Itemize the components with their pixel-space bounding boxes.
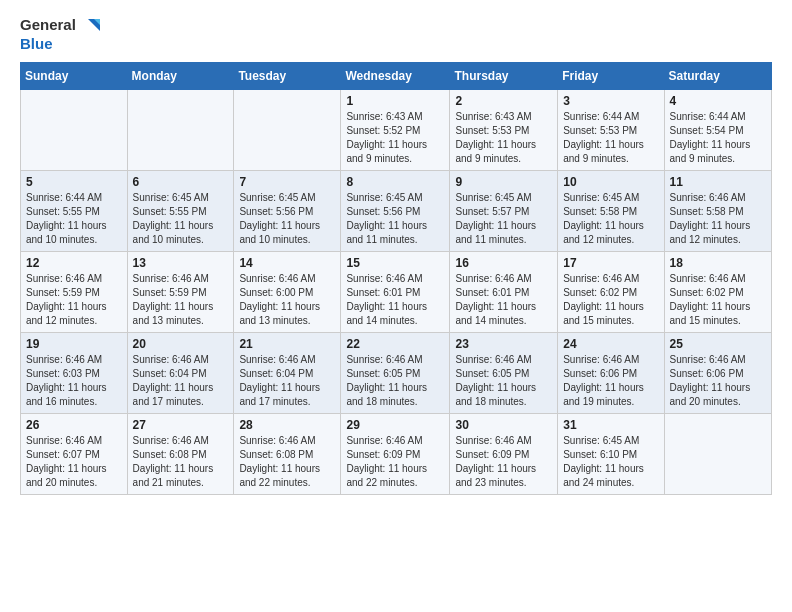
day-info: Sunrise: 6:46 AM Sunset: 6:02 PM Dayligh… (670, 272, 766, 328)
calendar-cell: 22Sunrise: 6:46 AM Sunset: 6:05 PM Dayli… (341, 333, 450, 414)
day-info: Sunrise: 6:45 AM Sunset: 5:55 PM Dayligh… (133, 191, 229, 247)
day-info: Sunrise: 6:46 AM Sunset: 6:00 PM Dayligh… (239, 272, 335, 328)
weekday-header-monday: Monday (127, 63, 234, 90)
day-number: 27 (133, 418, 229, 432)
day-number: 13 (133, 256, 229, 270)
calendar-cell: 1Sunrise: 6:43 AM Sunset: 5:52 PM Daylig… (341, 90, 450, 171)
day-info: Sunrise: 6:46 AM Sunset: 5:59 PM Dayligh… (133, 272, 229, 328)
day-info: Sunrise: 6:43 AM Sunset: 5:52 PM Dayligh… (346, 110, 444, 166)
calendar-cell: 19Sunrise: 6:46 AM Sunset: 6:03 PM Dayli… (21, 333, 128, 414)
calendar-cell: 18Sunrise: 6:46 AM Sunset: 6:02 PM Dayli… (664, 252, 771, 333)
day-number: 18 (670, 256, 766, 270)
day-number: 11 (670, 175, 766, 189)
logo-text-block: General Blue (20, 16, 100, 52)
day-info: Sunrise: 6:46 AM Sunset: 6:09 PM Dayligh… (455, 434, 552, 490)
weekday-header-wednesday: Wednesday (341, 63, 450, 90)
day-info: Sunrise: 6:46 AM Sunset: 6:05 PM Dayligh… (346, 353, 444, 409)
day-number: 31 (563, 418, 658, 432)
day-number: 22 (346, 337, 444, 351)
calendar-cell: 20Sunrise: 6:46 AM Sunset: 6:04 PM Dayli… (127, 333, 234, 414)
calendar-cell: 7Sunrise: 6:45 AM Sunset: 5:56 PM Daylig… (234, 171, 341, 252)
calendar-cell: 4Sunrise: 6:44 AM Sunset: 5:54 PM Daylig… (664, 90, 771, 171)
day-number: 30 (455, 418, 552, 432)
calendar: SundayMondayTuesdayWednesdayThursdayFrid… (20, 62, 772, 495)
calendar-cell (127, 90, 234, 171)
day-info: Sunrise: 6:45 AM Sunset: 5:57 PM Dayligh… (455, 191, 552, 247)
day-number: 5 (26, 175, 122, 189)
day-number: 29 (346, 418, 444, 432)
calendar-cell: 3Sunrise: 6:44 AM Sunset: 5:53 PM Daylig… (558, 90, 664, 171)
day-info: Sunrise: 6:46 AM Sunset: 6:07 PM Dayligh… (26, 434, 122, 490)
weekday-header-friday: Friday (558, 63, 664, 90)
logo: General Blue (20, 16, 100, 52)
day-number: 9 (455, 175, 552, 189)
calendar-cell (234, 90, 341, 171)
day-number: 20 (133, 337, 229, 351)
calendar-week-row: 12Sunrise: 6:46 AM Sunset: 5:59 PM Dayli… (21, 252, 772, 333)
calendar-week-row: 1Sunrise: 6:43 AM Sunset: 5:52 PM Daylig… (21, 90, 772, 171)
calendar-cell: 16Sunrise: 6:46 AM Sunset: 6:01 PM Dayli… (450, 252, 558, 333)
logo-blue: Blue (20, 35, 53, 52)
calendar-cell: 13Sunrise: 6:46 AM Sunset: 5:59 PM Dayli… (127, 252, 234, 333)
weekday-header-sunday: Sunday (21, 63, 128, 90)
calendar-cell: 8Sunrise: 6:45 AM Sunset: 5:56 PM Daylig… (341, 171, 450, 252)
day-info: Sunrise: 6:44 AM Sunset: 5:54 PM Dayligh… (670, 110, 766, 166)
day-number: 4 (670, 94, 766, 108)
calendar-cell: 21Sunrise: 6:46 AM Sunset: 6:04 PM Dayli… (234, 333, 341, 414)
day-info: Sunrise: 6:45 AM Sunset: 5:56 PM Dayligh… (346, 191, 444, 247)
day-info: Sunrise: 6:46 AM Sunset: 6:06 PM Dayligh… (563, 353, 658, 409)
calendar-cell: 15Sunrise: 6:46 AM Sunset: 6:01 PM Dayli… (341, 252, 450, 333)
day-number: 12 (26, 256, 122, 270)
day-number: 24 (563, 337, 658, 351)
day-number: 23 (455, 337, 552, 351)
day-number: 3 (563, 94, 658, 108)
day-number: 2 (455, 94, 552, 108)
day-info: Sunrise: 6:46 AM Sunset: 6:01 PM Dayligh… (346, 272, 444, 328)
day-number: 19 (26, 337, 122, 351)
day-number: 25 (670, 337, 766, 351)
day-info: Sunrise: 6:45 AM Sunset: 5:56 PM Dayligh… (239, 191, 335, 247)
calendar-week-row: 19Sunrise: 6:46 AM Sunset: 6:03 PM Dayli… (21, 333, 772, 414)
day-info: Sunrise: 6:46 AM Sunset: 6:02 PM Dayligh… (563, 272, 658, 328)
day-number: 14 (239, 256, 335, 270)
weekday-header-row: SundayMondayTuesdayWednesdayThursdayFrid… (21, 63, 772, 90)
calendar-cell: 5Sunrise: 6:44 AM Sunset: 5:55 PM Daylig… (21, 171, 128, 252)
day-info: Sunrise: 6:44 AM Sunset: 5:53 PM Dayligh… (563, 110, 658, 166)
calendar-cell: 28Sunrise: 6:46 AM Sunset: 6:08 PM Dayli… (234, 414, 341, 495)
day-number: 17 (563, 256, 658, 270)
day-info: Sunrise: 6:46 AM Sunset: 6:08 PM Dayligh… (133, 434, 229, 490)
calendar-cell: 27Sunrise: 6:46 AM Sunset: 6:08 PM Dayli… (127, 414, 234, 495)
calendar-cell: 2Sunrise: 6:43 AM Sunset: 5:53 PM Daylig… (450, 90, 558, 171)
calendar-cell (664, 414, 771, 495)
day-info: Sunrise: 6:46 AM Sunset: 6:05 PM Dayligh… (455, 353, 552, 409)
day-info: Sunrise: 6:46 AM Sunset: 6:04 PM Dayligh… (133, 353, 229, 409)
calendar-cell: 25Sunrise: 6:46 AM Sunset: 6:06 PM Dayli… (664, 333, 771, 414)
header: General Blue (20, 16, 772, 52)
calendar-cell: 29Sunrise: 6:46 AM Sunset: 6:09 PM Dayli… (341, 414, 450, 495)
calendar-cell: 17Sunrise: 6:46 AM Sunset: 6:02 PM Dayli… (558, 252, 664, 333)
weekday-header-saturday: Saturday (664, 63, 771, 90)
page: General Blue SundayMondayTuesdayWednesda… (0, 0, 792, 612)
day-number: 7 (239, 175, 335, 189)
day-number: 21 (239, 337, 335, 351)
day-number: 8 (346, 175, 444, 189)
day-info: Sunrise: 6:46 AM Sunset: 6:08 PM Dayligh… (239, 434, 335, 490)
weekday-header-tuesday: Tuesday (234, 63, 341, 90)
day-info: Sunrise: 6:46 AM Sunset: 6:01 PM Dayligh… (455, 272, 552, 328)
day-number: 1 (346, 94, 444, 108)
day-info: Sunrise: 6:46 AM Sunset: 6:09 PM Dayligh… (346, 434, 444, 490)
day-info: Sunrise: 6:44 AM Sunset: 5:55 PM Dayligh… (26, 191, 122, 247)
calendar-cell: 11Sunrise: 6:46 AM Sunset: 5:58 PM Dayli… (664, 171, 771, 252)
calendar-week-row: 26Sunrise: 6:46 AM Sunset: 6:07 PM Dayli… (21, 414, 772, 495)
logo-triangle-icon (82, 17, 100, 35)
calendar-cell: 9Sunrise: 6:45 AM Sunset: 5:57 PM Daylig… (450, 171, 558, 252)
calendar-cell: 31Sunrise: 6:45 AM Sunset: 6:10 PM Dayli… (558, 414, 664, 495)
calendar-week-row: 5Sunrise: 6:44 AM Sunset: 5:55 PM Daylig… (21, 171, 772, 252)
day-number: 6 (133, 175, 229, 189)
logo-text: General Blue (20, 16, 100, 52)
day-info: Sunrise: 6:46 AM Sunset: 6:06 PM Dayligh… (670, 353, 766, 409)
day-number: 26 (26, 418, 122, 432)
weekday-header-thursday: Thursday (450, 63, 558, 90)
day-number: 16 (455, 256, 552, 270)
day-info: Sunrise: 6:45 AM Sunset: 6:10 PM Dayligh… (563, 434, 658, 490)
